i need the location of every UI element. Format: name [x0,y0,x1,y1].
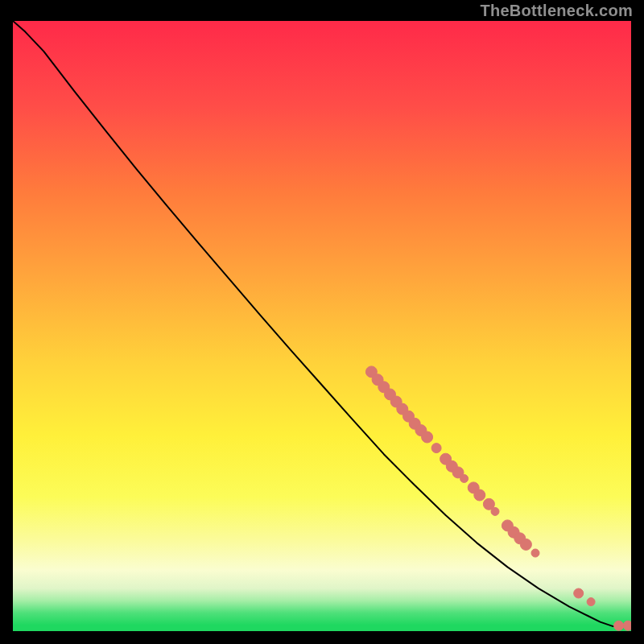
data-point [422,431,433,443]
watermark-text: TheBottleneck.com [480,2,633,20]
curve-path [13,21,631,626]
data-point [614,621,624,630]
data-points [365,366,631,630]
data-point [431,444,441,453]
data-point [474,489,485,501]
chart-frame: TheBottleneck.com [0,0,644,644]
data-point [531,549,539,557]
data-point [460,475,469,483]
data-point [520,539,531,550]
data-point [623,621,631,630]
data-point [574,588,584,598]
data-point [587,598,595,606]
chart-overlay [13,21,631,631]
data-point [491,507,499,515]
bottleneck-curve [13,21,631,626]
